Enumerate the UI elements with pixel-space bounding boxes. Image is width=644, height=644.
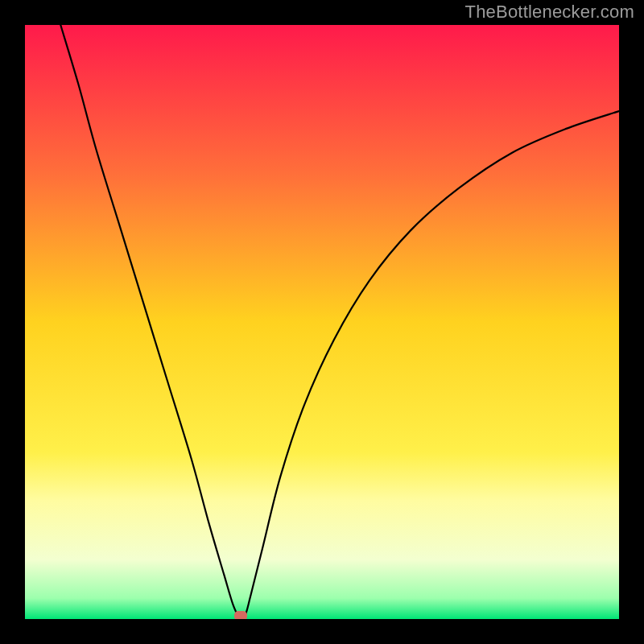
chart-frame: TheBottlenecker.com (0, 0, 644, 644)
optimum-marker (234, 611, 247, 619)
bottleneck-curve (60, 25, 619, 618)
plot-area (25, 25, 619, 619)
watermark-text: TheBottlenecker.com (465, 2, 634, 23)
curve-layer (25, 25, 619, 619)
